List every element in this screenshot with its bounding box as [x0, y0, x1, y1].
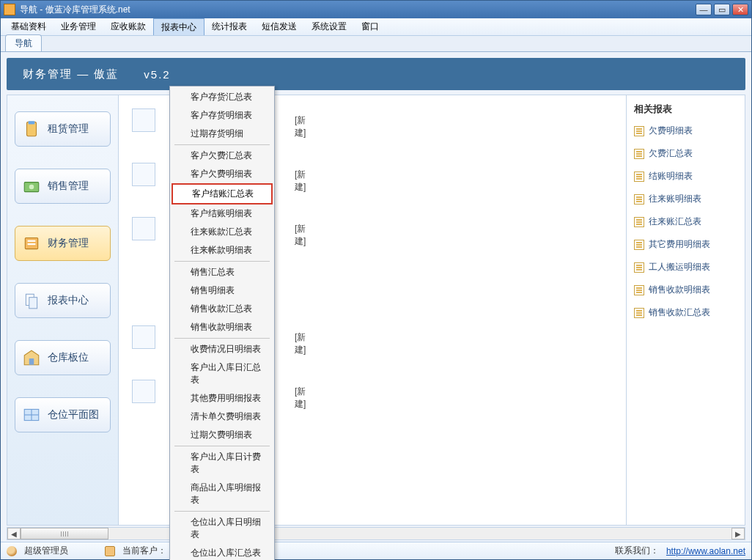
report-icon	[634, 285, 644, 295]
svg-rect-6	[28, 243, 36, 245]
nav-button[interactable]: 报表中心	[15, 283, 111, 318]
contact-link[interactable]: http://www.aolan.net	[666, 546, 745, 556]
nav-label: 租赁管理	[48, 122, 89, 136]
tab-nav[interactable]: 导航	[5, 34, 42, 51]
report-icon	[634, 126, 644, 136]
content-icon[interactable]	[132, 163, 155, 186]
new-link[interactable]: [新建]	[295, 169, 306, 194]
menubar: 基础资料业务管理应收账款报表中心统计报表短信发送系统设置窗口	[1, 18, 751, 36]
banner-title: 财务管理 ― 傲蓝	[23, 67, 119, 81]
nav-label: 财务管理	[48, 237, 89, 250]
menu-item[interactable]: 基础资料	[4, 18, 54, 35]
dropdown-item[interactable]: 其他费用明细报表	[172, 389, 273, 408]
content-icon[interactable]	[132, 325, 155, 349]
dropdown-item[interactable]: 销售汇总表	[172, 263, 273, 281]
report-label: 结账明细表	[649, 170, 693, 183]
horizontal-scrollbar[interactable]: ◀ ▶	[7, 527, 745, 540]
report-label: 销售收款明细表	[649, 284, 710, 296]
dropdown-item[interactable]: 客户结账汇总表	[172, 183, 273, 205]
svg-point-3	[29, 185, 34, 190]
minimize-button[interactable]: —	[696, 4, 712, 15]
report-icon	[634, 217, 644, 227]
maximize-button[interactable]: ▭	[714, 4, 730, 15]
nav-icon	[21, 176, 42, 196]
nav-icon	[21, 405, 42, 425]
menu-item[interactable]: 短信发送	[254, 18, 304, 35]
nav-button[interactable]: 仓库板位	[15, 340, 111, 375]
report-label: 欠费汇总表	[649, 147, 693, 160]
nav-label: 销售管理	[48, 180, 89, 193]
nav-button[interactable]: 租赁管理	[15, 111, 111, 147]
report-label: 销售收款汇总表	[649, 306, 710, 319]
report-item[interactable]: 其它费用明细表	[634, 238, 737, 251]
scroll-thumb[interactable]	[21, 528, 108, 539]
menu-item[interactable]: 统计报表	[204, 18, 254, 35]
dropdown-item[interactable]: 客户出入库日汇总表	[172, 358, 273, 389]
menu-item[interactable]: 窗口	[354, 18, 386, 35]
menu-item[interactable]: 应收账款	[103, 18, 153, 35]
scroll-left-button[interactable]: ◀	[7, 528, 21, 539]
report-item[interactable]: 欠费明细表	[634, 125, 737, 137]
content-icon[interactable]	[132, 217, 155, 240]
nav-button[interactable]: 销售管理	[15, 169, 111, 204]
report-icon	[634, 240, 644, 250]
report-icon	[634, 172, 644, 182]
report-item[interactable]: 往来账汇总表	[634, 215, 737, 228]
app-icon	[4, 4, 15, 15]
menu-item[interactable]: 报表中心	[153, 18, 204, 35]
nav-button[interactable]: 仓位平面图	[15, 397, 111, 432]
dropdown-item[interactable]: 客户存货明细表	[172, 106, 273, 125]
sidebar: 租赁管理销售管理财务管理报表中心仓库板位仓位平面图	[7, 95, 119, 525]
user-icon	[7, 546, 17, 556]
dropdown-item[interactable]: 销售收款明细表	[172, 318, 273, 336]
report-item[interactable]: 工人搬运明细表	[634, 261, 737, 273]
close-button[interactable]: ✕	[732, 4, 748, 15]
report-item[interactable]: 欠费汇总表	[634, 147, 737, 160]
dropdown-item[interactable]: 仓位出入库日明细表	[172, 513, 273, 544]
dropdown-item[interactable]: 客户出入库日计费表	[172, 448, 273, 479]
menu-item[interactable]: 业务管理	[54, 18, 103, 35]
dropdown-item[interactable]: 仓位出入库汇总表	[172, 544, 273, 560]
new-link[interactable]: [新建]	[295, 114, 306, 139]
report-item[interactable]: 销售收款明细表	[634, 284, 737, 296]
dropdown-item[interactable]: 收费情况日明细表	[172, 340, 273, 358]
report-item[interactable]: 销售收款汇总表	[634, 306, 737, 319]
tab-strip: 导航	[1, 36, 751, 52]
dropdown-item[interactable]: 往来账款汇总表	[172, 223, 273, 241]
new-link[interactable]: [新建]	[295, 223, 306, 248]
report-icon	[634, 194, 644, 205]
dropdown-item[interactable]: 过期欠费明细表	[172, 426, 273, 444]
statusbar: 超级管理员 当前客户： (无) 取消 联系我们： http://www.aola…	[1, 542, 751, 559]
report-item[interactable]: 往来账明细表	[634, 193, 737, 205]
content-icon[interactable]	[132, 380, 155, 403]
new-link[interactable]: [新建]	[295, 386, 306, 410]
dropdown-item[interactable]: 商品出入库明细报表	[172, 479, 273, 509]
report-label: 其它费用明细表	[649, 238, 710, 251]
dropdown-item[interactable]: 客户欠费汇总表	[172, 147, 273, 165]
menu-item[interactable]: 系统设置	[304, 18, 354, 35]
titlebar: 导航 - 傲蓝冷库管理系统.net — ▭ ✕	[1, 1, 751, 18]
nav-label: 仓位平面图	[48, 408, 99, 421]
nav-label: 报表中心	[48, 294, 89, 307]
nav-button[interactable]: 财务管理	[15, 226, 111, 261]
dropdown-item[interactable]: 客户欠费明细表	[172, 165, 273, 183]
dropdown-item[interactable]: 清卡单欠费明细表	[172, 408, 273, 426]
window-title: 导航 - 傲蓝冷库管理系统.net	[20, 4, 696, 16]
nav-label: 仓库板位	[48, 351, 89, 364]
report-item[interactable]: 结账明细表	[634, 170, 737, 183]
dropdown-item[interactable]: 往来帐款明细表	[172, 241, 273, 259]
dropdown-item[interactable]: 销售收款汇总表	[172, 300, 273, 318]
new-link[interactable]: [新建]	[295, 331, 306, 356]
dropdown-item[interactable]: 客户存货汇总表	[172, 88, 273, 106]
nav-icon	[21, 347, 42, 368]
dropdown-item[interactable]: 过期存货明细	[172, 125, 273, 143]
content-icon[interactable]	[132, 108, 155, 132]
dropdown-item[interactable]: 客户结账明细表	[172, 205, 273, 223]
dropdown-item[interactable]: 销售明细表	[172, 281, 273, 300]
report-icon	[634, 308, 644, 318]
report-label: 往来账汇总表	[649, 215, 701, 228]
svg-rect-5	[28, 240, 36, 242]
nav-icon	[21, 233, 42, 254]
scroll-track[interactable]	[21, 528, 731, 539]
scroll-right-button[interactable]: ▶	[731, 528, 745, 539]
